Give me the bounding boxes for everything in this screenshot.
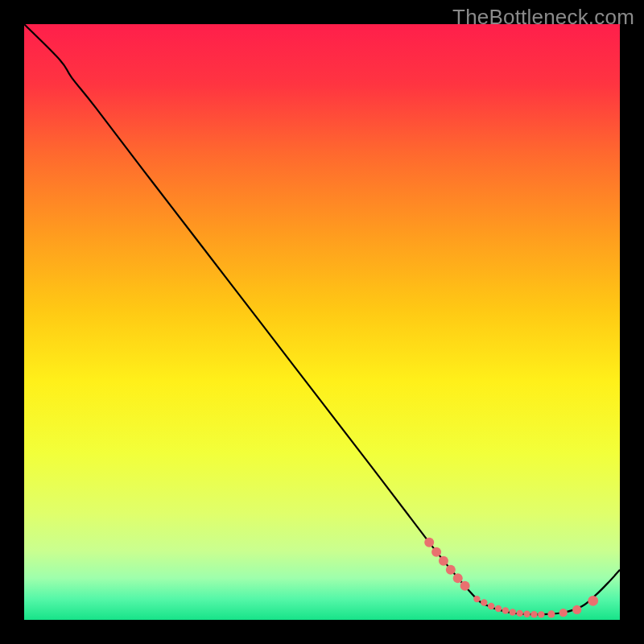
gradient-background	[24, 24, 620, 620]
data-point	[510, 609, 516, 615]
data-point	[424, 538, 434, 547]
data-point	[572, 605, 581, 614]
data-point	[439, 556, 448, 566]
data-point	[460, 581, 470, 591]
data-point	[516, 610, 522, 617]
data-point	[481, 599, 487, 605]
data-point	[547, 610, 555, 617]
data-point	[495, 605, 502, 612]
data-point	[488, 603, 494, 609]
data-point	[453, 573, 463, 583]
data-point	[530, 611, 537, 617]
data-point	[538, 611, 544, 617]
plot-area	[24, 24, 620, 620]
data-point	[431, 547, 441, 557]
data-point	[559, 609, 568, 617]
chart-svg	[24, 24, 620, 620]
data-point	[473, 596, 480, 602]
data-point	[588, 596, 598, 606]
data-point	[446, 565, 456, 575]
data-point	[523, 611, 530, 617]
data-point	[502, 607, 509, 613]
chart-stage: TheBottleneck.com	[0, 0, 644, 644]
